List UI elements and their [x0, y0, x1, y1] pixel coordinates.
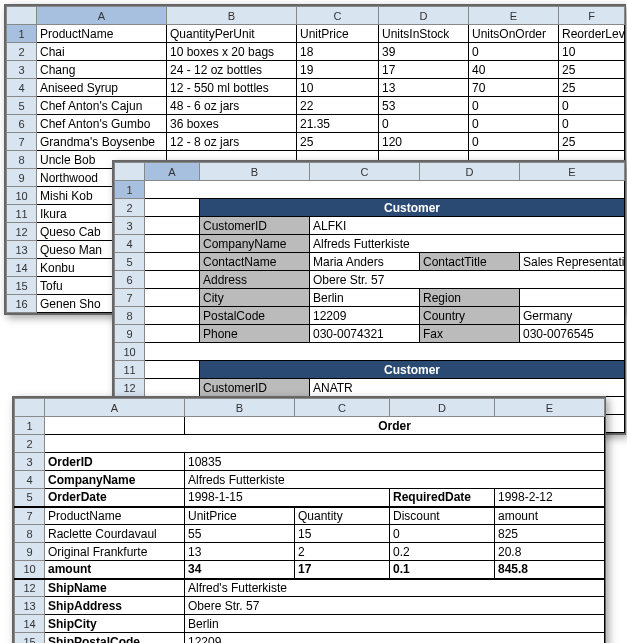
cell[interactable]: 19	[297, 61, 379, 79]
cell[interactable]	[145, 181, 625, 199]
cell[interactable]: 1998-1-15	[185, 489, 390, 507]
col-header-row[interactable]: A B C D E	[15, 399, 605, 417]
cell[interactable]: 1998-2-12	[495, 489, 605, 507]
row-num[interactable]: 3	[15, 453, 45, 471]
cell[interactable]: 10 boxes x 20 bags	[167, 43, 297, 61]
cell[interactable]: Original Frankfurte	[45, 543, 185, 561]
cell[interactable]: UnitPrice	[297, 25, 379, 43]
row-num[interactable]: 14	[15, 615, 45, 633]
cell[interactable]: 70	[469, 79, 559, 97]
cell[interactable]	[145, 199, 200, 217]
cell[interactable]: 34	[185, 561, 295, 579]
cell[interactable]	[520, 289, 625, 307]
cell[interactable]: 0	[469, 133, 559, 151]
cell[interactable]	[145, 253, 200, 271]
cell[interactable]: 12 - 550 ml bottles	[167, 79, 297, 97]
corner[interactable]	[7, 7, 37, 25]
cell[interactable]: 0.1	[390, 561, 495, 579]
customer-table[interactable]: A B C D E 1 2Customer 3CustomerIDALFKI 4…	[114, 162, 625, 433]
table-row[interactable]: 5Chef Anton's Cajun48 - 6 oz jars225300	[7, 97, 625, 115]
cell[interactable]: ReorderLev	[559, 25, 625, 43]
cell[interactable]: Obere Str. 57	[185, 597, 605, 615]
row-num[interactable]: 9	[115, 325, 145, 343]
col-D[interactable]: D	[379, 7, 469, 25]
cell[interactable]: 10835	[185, 453, 605, 471]
row-num[interactable]: 5	[115, 253, 145, 271]
row-num[interactable]: 12	[15, 579, 45, 597]
cell[interactable]	[145, 289, 200, 307]
row-num[interactable]: 2	[15, 435, 45, 453]
cell[interactable]: 120	[379, 133, 469, 151]
cell[interactable]: Chef Anton's Cajun	[37, 97, 167, 115]
col-E[interactable]: E	[469, 7, 559, 25]
col-A[interactable]: A	[37, 7, 167, 25]
cell[interactable]: Aniseed Syrup	[37, 79, 167, 97]
row-num[interactable]: 5	[15, 489, 45, 507]
cell[interactable]: 18	[297, 43, 379, 61]
cell[interactable]: 0	[559, 97, 625, 115]
header-row[interactable]: 1 ProductName QuantityPerUnit UnitPrice …	[7, 25, 625, 43]
row-num[interactable]: 4	[7, 79, 37, 97]
col-B[interactable]: B	[167, 7, 297, 25]
row-num[interactable]: 4	[115, 235, 145, 253]
row-num[interactable]: 3	[115, 217, 145, 235]
cell[interactable]	[45, 435, 605, 453]
cell[interactable]: 25	[559, 133, 625, 151]
row-num[interactable]: 1	[115, 181, 145, 199]
cell[interactable]: 20.8	[495, 543, 605, 561]
col-D[interactable]: D	[390, 399, 495, 417]
col-header-row[interactable]: A B C D E F	[7, 7, 625, 25]
table-row[interactable]: 7Grandma's Boysenbe12 - 8 oz jars2512002…	[7, 133, 625, 151]
cell[interactable]	[145, 235, 200, 253]
row-num[interactable]: 9	[15, 543, 45, 561]
cell[interactable]: 825	[495, 525, 605, 543]
cell[interactable]: Berlin	[310, 289, 420, 307]
row-num[interactable]: 9	[7, 169, 37, 187]
corner[interactable]	[115, 163, 145, 181]
col-D[interactable]: D	[420, 163, 520, 181]
cell[interactable]: 15	[295, 525, 390, 543]
row-num[interactable]: 8	[115, 307, 145, 325]
cell[interactable]: 13	[379, 79, 469, 97]
cell[interactable]: 25	[297, 133, 379, 151]
cell[interactable]: 48 - 6 oz jars	[167, 97, 297, 115]
col-E[interactable]: E	[495, 399, 605, 417]
col-A[interactable]: A	[45, 399, 185, 417]
cell[interactable]: Chai	[37, 43, 167, 61]
row-num[interactable]: 2	[7, 43, 37, 61]
cell[interactable]: 12209	[185, 633, 605, 644]
cell[interactable]: 12209	[310, 307, 420, 325]
cell[interactable]: 0	[469, 97, 559, 115]
cell[interactable]: Alfreds Futterkiste	[185, 471, 605, 489]
cell[interactable]: Alfreds Futterkiste	[310, 235, 625, 253]
cell[interactable]: 53	[379, 97, 469, 115]
cell[interactable]: 25	[559, 79, 625, 97]
cell[interactable]: Maria Anders	[310, 253, 420, 271]
cell[interactable]: 0	[469, 115, 559, 133]
cell[interactable]: Chef Anton's Gumbo	[37, 115, 167, 133]
row-num[interactable]: 10	[15, 561, 45, 579]
table-row[interactable]: 4Aniseed Syrup12 - 550 ml bottles1013702…	[7, 79, 625, 97]
cell[interactable]: 0	[390, 525, 495, 543]
cell[interactable]: 12 - 8 oz jars	[167, 133, 297, 151]
row-num[interactable]: 8	[7, 151, 37, 169]
cell[interactable]: 0.2	[390, 543, 495, 561]
cell[interactable]	[145, 343, 625, 361]
cell[interactable]: Chang	[37, 61, 167, 79]
cell[interactable]: 17	[379, 61, 469, 79]
row-num[interactable]: 10	[115, 343, 145, 361]
table-row[interactable]: 6Chef Anton's Gumbo36 boxes21.35000	[7, 115, 625, 133]
table-row[interactable]: 3Chang24 - 12 oz bottles19174025	[7, 61, 625, 79]
row-num[interactable]: 7	[115, 289, 145, 307]
row-num[interactable]: 15	[15, 633, 45, 644]
row-num[interactable]: 12	[7, 223, 37, 241]
row-num[interactable]: 15	[7, 277, 37, 295]
cell[interactable]: 13	[185, 543, 295, 561]
cell[interactable]: QuantityPerUnit	[167, 25, 297, 43]
cell[interactable]: 21.35	[297, 115, 379, 133]
cell[interactable]	[145, 217, 200, 235]
col-C[interactable]: C	[295, 399, 390, 417]
cell[interactable]: Obere Str. 57	[310, 271, 625, 289]
row-num[interactable]: 7	[7, 133, 37, 151]
col-B[interactable]: B	[200, 163, 310, 181]
